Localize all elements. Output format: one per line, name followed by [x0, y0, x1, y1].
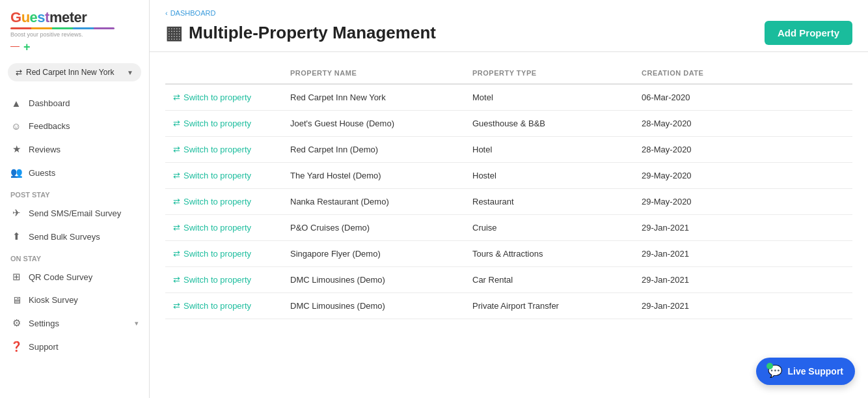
- table-cell-action: ⇄ Switch to property: [165, 241, 282, 267]
- reviews-icon: ★: [10, 143, 22, 155]
- sidebar-item-label: Dashboard: [29, 98, 70, 108]
- table-cell-creation-date: 29-Jan-2021: [634, 241, 852, 267]
- sidebar-item-dashboard[interactable]: ▲ Dashboard: [0, 92, 149, 115]
- table-cell-property-type: Cruise: [465, 215, 634, 241]
- sidebar: Guestmeter Boost your positive reviews. …: [0, 0, 150, 398]
- table-cell-creation-date: 06-Mar-2020: [634, 84, 852, 111]
- send-sms-icon: ✈: [10, 207, 22, 219]
- table-cell-action: ⇄ Switch to property: [165, 163, 282, 189]
- switch-to-property-button[interactable]: ⇄ Switch to property: [173, 145, 251, 154]
- sidebar-item-reviews[interactable]: ★ Reviews: [0, 137, 149, 161]
- switch-to-property-button[interactable]: ⇄ Switch to property: [173, 223, 251, 233]
- col-header-action: [165, 63, 282, 84]
- sidebar-item-kiosk[interactable]: 🖥 Kiosk Survey: [0, 289, 149, 311]
- table-row: ⇄ Switch to propertyDMC Limousines (Demo…: [165, 267, 852, 293]
- table-cell-action: ⇄ Switch to property: [165, 215, 282, 241]
- bulk-survey-icon: ⬆: [10, 231, 22, 242]
- table-cell-creation-date: 28-May-2020: [634, 137, 852, 163]
- sidebar-item-settings[interactable]: ⚙ Settings ▾: [0, 311, 149, 335]
- properties-table-container: Property Name Property Type Creation Dat…: [150, 52, 868, 398]
- switch-to-property-button[interactable]: ⇄ Switch to property: [173, 171, 251, 180]
- chat-icon: 💬: [768, 364, 782, 378]
- table-cell-action: ⇄ Switch to property: [165, 189, 282, 215]
- table-cell-creation-date: 29-Jan-2021: [634, 215, 852, 241]
- online-status-dot: [766, 363, 773, 369]
- logo-icons: — +: [10, 40, 31, 54]
- support-icon: ❓: [10, 341, 22, 352]
- table-cell-property-name: Nanka Restaurant (Demo): [282, 189, 465, 215]
- table-cell-property-type: Tours & Attractions: [465, 241, 634, 267]
- chevron-down-icon: ▼: [127, 69, 133, 76]
- switch-icon: ⇄: [173, 145, 180, 154]
- page-header: ‹ DASHBOARD ▦ Multiple-Property Manageme…: [150, 0, 868, 52]
- sidebar-item-label: Settings: [29, 319, 59, 328]
- table-cell-creation-date: 29-May-2020: [634, 163, 852, 189]
- switch-to-property-button[interactable]: ⇄ Switch to property: [173, 301, 251, 311]
- switch-icon: ⇄: [16, 68, 22, 77]
- sidebar-item-support[interactable]: ❓ Support: [0, 335, 149, 358]
- breadcrumb-arrow-icon: ‹: [165, 9, 168, 17]
- switch-to-property-button[interactable]: ⇄ Switch to property: [173, 92, 251, 102]
- chevron-right-icon: ▾: [135, 319, 139, 328]
- table-cell-action: ⇄ Switch to property: [165, 267, 282, 293]
- table-cell-creation-date: 28-May-2020: [634, 111, 852, 137]
- switch-icon: ⇄: [173, 223, 180, 233]
- sidebar-item-label: Send Bulk Surveys: [29, 232, 100, 242]
- live-support-widget[interactable]: 💬 Live Support: [756, 358, 855, 385]
- table-cell-property-type: Restaurant: [465, 189, 634, 215]
- table-cell-property-name: Red Carpet Inn New York: [282, 84, 465, 111]
- table-cell-property-type: Hotel: [465, 137, 634, 163]
- table-cell-creation-date: 29-Jan-2021: [634, 267, 852, 293]
- switch-to-property-button[interactable]: ⇄ Switch to property: [173, 275, 251, 285]
- table-cell-property-name: P&O Cruises (Demo): [282, 215, 465, 241]
- plus-icon: +: [23, 40, 31, 54]
- kiosk-icon: 🖥: [10, 294, 22, 306]
- sidebar-item-guests[interactable]: 👥 Guests: [0, 161, 149, 184]
- table-row: ⇄ Switch to propertyDMC Limousines (Demo…: [165, 293, 852, 319]
- settings-icon: ⚙: [10, 317, 22, 329]
- sidebar-item-feedbacks[interactable]: ☺ Feedbacks: [0, 115, 149, 137]
- table-row: ⇄ Switch to propertyRed Carpet Inn New Y…: [165, 84, 852, 111]
- table-row: ⇄ Switch to propertyP&O Cruises (Demo)Cr…: [165, 215, 852, 241]
- main-content: ‹ DASHBOARD ▦ Multiple-Property Manageme…: [150, 0, 868, 398]
- table-cell-action: ⇄ Switch to property: [165, 293, 282, 319]
- minus-icon: —: [10, 40, 20, 54]
- table-cell-property-type: Motel: [465, 84, 634, 111]
- guests-icon: 👥: [10, 167, 22, 178]
- add-property-button[interactable]: Add Property: [765, 21, 852, 45]
- sidebar-navigation: ▲ Dashboard ☺ Feedbacks ★ Reviews 👥 Gues…: [0, 87, 149, 398]
- sidebar-item-label: Kiosk Survey: [29, 295, 78, 305]
- properties-table: Property Name Property Type Creation Dat…: [165, 63, 852, 319]
- property-selector-label: Red Carpet Inn New York: [26, 68, 114, 77]
- table-row: ⇄ Switch to propertySingapore Flyer (Dem…: [165, 241, 852, 267]
- building-icon: ▦: [165, 22, 182, 44]
- property-selector[interactable]: ⇄ Red Carpet Inn New York ▼: [8, 63, 141, 81]
- logo-area: Guestmeter Boost your positive reviews. …: [0, 0, 149, 58]
- sidebar-item-send-bulk[interactable]: ⬆ Send Bulk Surveys: [0, 225, 149, 248]
- table-cell-property-name: DMC Limousines (Demo): [282, 293, 465, 319]
- switch-to-property-button[interactable]: ⇄ Switch to property: [173, 119, 251, 128]
- sidebar-item-qr-code[interactable]: ⊞ QR Code Survey: [0, 265, 149, 289]
- table-cell-property-type: Private Airport Transfer: [465, 293, 634, 319]
- table-header: Property Name Property Type Creation Dat…: [165, 63, 852, 84]
- breadcrumb: ‹ DASHBOARD: [165, 9, 852, 17]
- switch-to-property-button[interactable]: ⇄ Switch to property: [173, 197, 251, 206]
- switch-icon: ⇄: [173, 249, 180, 259]
- table-cell-property-type: Hostel: [465, 163, 634, 189]
- sidebar-item-send-sms-email[interactable]: ✈ Send SMS/Email Survey: [0, 201, 149, 225]
- dashboard-icon: ▲: [10, 98, 22, 109]
- table-row: ⇄ Switch to propertyJoet's Guest House (…: [165, 111, 852, 137]
- table-cell-creation-date: 29-May-2020: [634, 189, 852, 215]
- switch-icon: ⇄: [173, 197, 180, 206]
- table-row: ⇄ Switch to propertyThe Yard Hostel (Dem…: [165, 163, 852, 189]
- sidebar-item-label: Reviews: [29, 145, 61, 154]
- table-cell-creation-date: 29-Jan-2021: [634, 293, 852, 319]
- sidebar-item-label: QR Code Survey: [29, 272, 92, 282]
- page-title: ▦ Multiple-Property Management: [165, 22, 436, 44]
- feedbacks-icon: ☺: [10, 121, 22, 132]
- sidebar-item-label: Feedbacks: [29, 121, 70, 131]
- switch-icon: ⇄: [173, 92, 180, 102]
- switch-to-property-button[interactable]: ⇄ Switch to property: [173, 249, 251, 259]
- table-cell-property-name: DMC Limousines (Demo): [282, 267, 465, 293]
- logo-bar: [10, 27, 115, 29]
